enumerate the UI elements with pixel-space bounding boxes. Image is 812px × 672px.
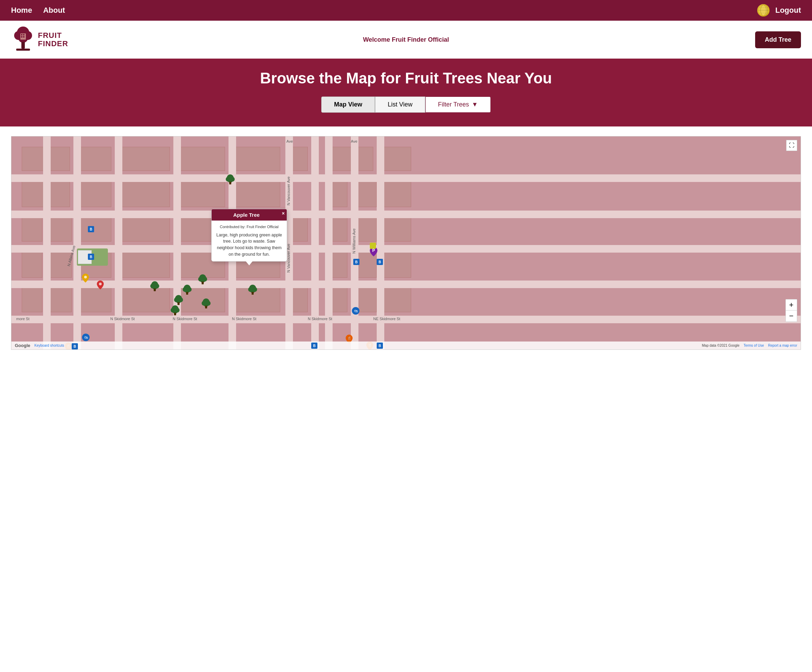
svg-rect-14 xyxy=(21,36,22,38)
city-block xyxy=(22,285,43,312)
city-block xyxy=(118,147,170,171)
street-h3 xyxy=(11,245,801,252)
street-h1 xyxy=(11,174,801,182)
poi-bus-marker[interactable]: B xyxy=(88,226,94,232)
city-block xyxy=(356,178,377,207)
poi-bus-marker[interactable]: B xyxy=(72,343,78,350)
map-view-button[interactable]: Map View xyxy=(321,97,375,113)
poi-pin-orange[interactable] xyxy=(82,274,89,284)
popup-contributed-by: Contributed by: Fruit Finder Official xyxy=(216,224,283,230)
popup-header: Apple Tree × xyxy=(212,209,287,220)
map-container[interactable]: more St N Skidmore St N Skidmore St N Sk… xyxy=(11,136,801,350)
tree-marker[interactable] xyxy=(150,281,160,292)
svg-rect-41 xyxy=(252,292,254,295)
street-williams xyxy=(351,136,358,350)
tree-marker[interactable] xyxy=(225,174,235,185)
nav-home[interactable]: Home xyxy=(11,6,32,15)
svg-text:🍴: 🍴 xyxy=(347,336,351,341)
city-block xyxy=(232,178,280,207)
street-h4 xyxy=(11,281,801,288)
svg-text:P: P xyxy=(372,248,375,253)
svg-rect-12 xyxy=(21,34,22,36)
hero-section: Browse the Map for Fruit Trees Near You … xyxy=(0,59,812,126)
chevron-down-icon: ▼ xyxy=(472,101,478,108)
city-block xyxy=(380,178,411,207)
city-block xyxy=(380,214,411,242)
city-block xyxy=(118,285,170,312)
city-block xyxy=(118,214,170,242)
view-toggle-group: Map View List View Filter Trees ▼ xyxy=(5,97,807,113)
page-title: Browse the Map for Fruit Trees Near You xyxy=(5,70,807,87)
tree-marker[interactable] xyxy=(201,298,211,309)
header: FRUIT FINDER Welcome Fruit Finder Offici… xyxy=(0,20,812,59)
fullscreen-icon: ⛶ xyxy=(789,142,795,148)
report-link[interactable]: Report a map error xyxy=(768,344,797,347)
zoom-out-button[interactable]: − xyxy=(786,310,797,322)
list-view-button[interactable]: List View xyxy=(375,97,425,113)
logo-tree-icon xyxy=(11,26,35,53)
poi-bus-marker[interactable]: B xyxy=(311,343,317,349)
add-tree-button[interactable]: Add Tree xyxy=(755,31,801,48)
tree-marker-selected[interactable] xyxy=(248,284,258,295)
poi-shop-marker[interactable]: 🛍 xyxy=(352,307,360,315)
zoom-controls: + − xyxy=(785,299,797,322)
street-v1 xyxy=(43,136,51,350)
tree-marker[interactable] xyxy=(198,274,208,285)
svg-rect-26 xyxy=(154,288,156,291)
svg-rect-56 xyxy=(201,281,204,284)
logo-area: FRUIT FINDER xyxy=(11,26,68,53)
street-v2 xyxy=(73,136,81,350)
city-block xyxy=(177,147,225,171)
street-v7 xyxy=(377,136,384,350)
street-v4 xyxy=(173,136,181,350)
svg-point-5 xyxy=(758,5,769,16)
city-block xyxy=(380,285,411,312)
svg-point-64 xyxy=(84,276,87,278)
svg-point-57 xyxy=(99,283,102,285)
street-skidmore xyxy=(11,316,801,323)
svg-rect-31 xyxy=(186,292,188,295)
zoom-in-button[interactable]: + xyxy=(786,300,797,310)
poi-bus-marker[interactable]: B xyxy=(353,259,360,265)
poi-bus-marker[interactable]: B xyxy=(377,259,383,265)
city-block xyxy=(22,249,43,278)
terms-link[interactable]: Terms of Use xyxy=(744,344,764,347)
poi-bus-marker[interactable]: B xyxy=(377,343,383,349)
map-footer: Google Keyboard shortcuts Map data ©2021… xyxy=(11,341,801,350)
poi-red-marker[interactable] xyxy=(97,281,104,291)
tree-marker[interactable] xyxy=(183,284,192,295)
google-logo: Google xyxy=(15,343,30,348)
popup-tail xyxy=(246,261,252,265)
tree-marker[interactable] xyxy=(174,294,183,305)
poi-yellow-marker[interactable] xyxy=(370,242,376,249)
svg-rect-10 xyxy=(21,42,25,49)
poi-shop-marker[interactable]: 🛍 xyxy=(82,334,90,341)
filter-trees-button[interactable]: Filter Trees ▼ xyxy=(425,97,491,113)
city-block xyxy=(118,249,170,278)
city-block xyxy=(356,214,377,242)
svg-rect-13 xyxy=(23,34,24,36)
popup-close-button[interactable]: × xyxy=(282,211,285,216)
city-block xyxy=(118,178,170,207)
map-footer-right: Map data ©2021 Google Terms of Use Repor… xyxy=(702,344,797,347)
street-v6 xyxy=(325,136,333,350)
city-block xyxy=(232,147,280,171)
logout-button[interactable]: Logout xyxy=(775,6,801,15)
poi-bus-marker[interactable]: B xyxy=(88,254,94,260)
street-h2 xyxy=(11,211,801,218)
nav-about[interactable]: About xyxy=(43,6,65,15)
svg-rect-51 xyxy=(205,306,207,309)
city-block xyxy=(380,147,411,171)
street-v3 xyxy=(115,136,122,350)
fullscreen-button[interactable]: ⛶ xyxy=(786,140,797,151)
city-block xyxy=(77,214,111,242)
map-data-label: Map data ©2021 Google xyxy=(702,344,739,347)
tree-marker[interactable] xyxy=(170,305,180,316)
city-block xyxy=(48,249,72,278)
svg-point-1 xyxy=(761,5,766,16)
city-block xyxy=(22,214,43,242)
navbar: Home About Logout xyxy=(0,0,812,20)
svg-rect-46 xyxy=(174,312,176,316)
welcome-message: Welcome Fruit Finder Official xyxy=(363,36,449,43)
keyboard-shortcuts-link[interactable]: Keyboard shortcuts xyxy=(34,344,64,347)
